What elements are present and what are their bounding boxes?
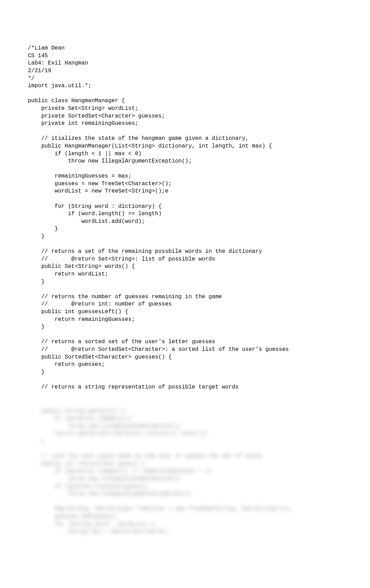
code-line: public SortedSet<Character> guesses() { [28,354,342,361]
blurred-line: guesses.add(guess); [28,513,342,521]
code-line [28,286,342,293]
code-line: } [28,225,342,233]
code-line [28,195,342,203]
blurred-line: } [28,438,342,445]
blurred-line: public String pattern() { [28,408,342,415]
code-line [28,165,342,173]
blurred-line: for (String word : wordList) { [28,521,342,528]
code-line: public int guessesLeft() { [28,308,342,316]
blurred-line: if (guesses.contains(guess)) [28,483,342,491]
code-line: public Set<String> words() { [28,263,342,271]
code-line [28,90,342,98]
blurred-line: String key = patternFor(word); [28,528,342,536]
code-line: // returns the number of guesses remaini… [28,293,342,301]
blurred-preview: public String pattern() { if (wordList.i… [28,408,342,536]
code-line [28,331,342,339]
code-line: public class HangmanManager { [28,97,342,105]
code-line: wordList.add(word); [28,218,342,226]
code-line: // @return SortedSet<Character>: a sorte… [28,346,342,354]
code-line [28,128,342,135]
code-line: // returns a string representation of po… [28,384,342,391]
code-line [28,376,342,384]
blurred-line: if (wordList.isEmpty()) [28,415,342,423]
code-line: CS 145 [28,52,342,60]
code-line: guesses = new TreeSet<Character>(); [28,180,342,188]
code-line: 2/21/19 [28,67,342,75]
code-line: return guesses; [28,361,342,369]
code-line: throw new IllegalArgumentException(); [28,158,342,165]
code-line: } [28,278,342,286]
code-line: // returns a sorted set of the user's le… [28,338,342,346]
code-line: public HangmanManager(List<String> dicti… [28,143,342,150]
blurred-line: if (wordList.isEmpty() || remainingGuess… [28,468,342,475]
code-line: Lab4: Evil Hangman [28,60,342,67]
code-line: private int remainingGuesses; [28,120,342,128]
blurred-line: return patternFor(wordList.iterator().ne… [28,430,342,438]
code-line: // itializes the state of the hangman ga… [28,135,342,143]
blurred-line: public int record(char guess) { [28,460,342,468]
blurred-line: Map<String, Set<String>> families = new … [28,505,342,513]
code-line: */ [28,75,342,83]
code-line: } [28,233,342,241]
code-line: for (String word : dictionary) { [28,203,342,211]
code-line: remainingGuesses = max; [28,173,342,180]
code-line: private SortedSet<Character> guesses; [28,113,342,120]
code-line [28,241,342,248]
blurred-line [28,445,342,453]
blurred-line: throw new IllegalStateException(); [28,423,342,430]
code-line: import java.util.*; [28,82,342,90]
code-line: wordList = new TreeSet<String>();e [28,188,342,195]
code-line: return wordList; [28,271,342,278]
code-line: if (length < 1 || max < 0) [28,150,342,158]
code-line: return remainingGuesses; [28,316,342,324]
code-line: /*Liam Dean [28,45,342,52]
code-line: if (word.length() == length) [28,210,342,218]
blurred-line [28,498,342,506]
code-block: /*Liam DeanCS 145Lab4: Evil Hangman2/21/… [28,45,342,391]
blurred-line: throw new IllegalStateException(); [28,475,342,483]
code-line: // @return Set<String>: list of possible… [28,256,342,263]
code-line: // @return int: number of guesses [28,301,342,308]
blurred-line: throw new IllegalArgumentException(); [28,490,342,498]
document-page: /*Liam DeanCS 145Lab4: Evil Hangman2/21/… [0,0,370,564]
blurred-line: // uses the last guess made by the user … [28,453,342,460]
code-line: } [28,369,342,376]
code-line: // returns a set of the remaining possbi… [28,248,342,256]
code-line: } [28,323,342,331]
code-line: private Set<String> wordList; [28,105,342,113]
